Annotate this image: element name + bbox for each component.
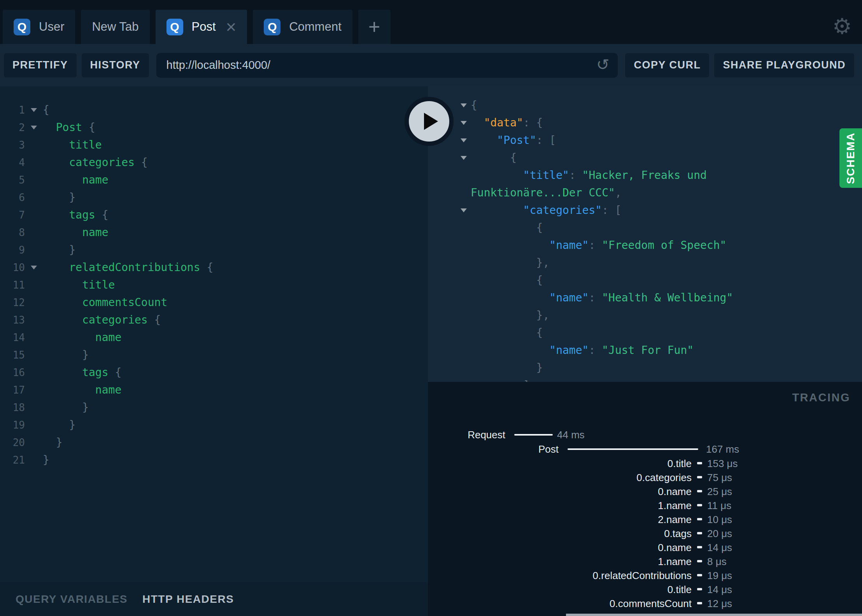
trace-duration-dash — [697, 518, 702, 520]
response-code-line: }, — [471, 254, 862, 271]
fold-arrow-icon[interactable] — [461, 156, 467, 160]
response-line: { — [428, 271, 862, 289]
query-code-line: } — [43, 346, 428, 364]
toolbar: PRETTIFY HISTORY ↺ COPY CURL SHARE PLAYG… — [0, 44, 862, 86]
code-segment — [43, 208, 69, 221]
execute-button[interactable] — [405, 97, 454, 146]
endpoint-url-input[interactable] — [156, 53, 618, 78]
response-code-line: "Post": [ — [471, 131, 862, 149]
response-code-line: "name": "Health & Wellbeing" — [471, 289, 862, 306]
tab-new-tab[interactable]: New Tab — [81, 10, 149, 44]
code-segment: } — [43, 243, 75, 256]
trace-label: 0.title — [668, 583, 692, 597]
trace-value: 8 μs — [707, 555, 727, 569]
trace-duration-dash — [697, 462, 702, 464]
query-code-line: categories { — [43, 311, 428, 329]
code-segment: { — [471, 326, 543, 339]
editor-line: 11 title — [0, 276, 428, 294]
code-segment — [471, 239, 549, 252]
trace-value: 10 μs — [707, 513, 732, 527]
code-segment: relatedContributions — [69, 261, 200, 274]
editor-line: 16 tags { — [0, 364, 428, 381]
response-line: }, — [428, 254, 862, 271]
trace-row: Post167 ms — [428, 442, 862, 456]
trace-row: 2.name10 μs — [428, 513, 862, 527]
schema-tab[interactable]: SCHEMA — [839, 128, 862, 188]
trace-label: Request — [468, 428, 505, 442]
response-line: { — [428, 96, 862, 114]
trace-duration-bar — [568, 448, 698, 450]
tab-post[interactable]: QPost× — [156, 10, 247, 44]
code-segment: { — [471, 99, 477, 112]
query-code-line: } — [43, 189, 428, 206]
trace-label: 2.name — [658, 513, 692, 527]
copy-curl-button[interactable]: COPY CURL — [625, 53, 709, 77]
line-number: 19 — [0, 419, 25, 431]
response-line: "name": "Health & Wellbeing" — [428, 289, 862, 306]
code-segment: { — [471, 221, 543, 234]
line-number: 11 — [0, 279, 25, 291]
tracing-panel: TRACING Request44 msPost167 ms0.title153… — [428, 382, 862, 616]
fold-arrow-icon[interactable] — [461, 103, 467, 107]
code-segment: "Just For Fun" — [602, 344, 694, 357]
editor-line: 18 } — [0, 399, 428, 416]
close-icon[interactable]: × — [226, 18, 237, 36]
code-segment: title — [82, 278, 115, 291]
fold-arrow-icon[interactable] — [461, 121, 467, 125]
query-code-line: title — [43, 136, 428, 154]
fold-arrow-icon[interactable] — [31, 126, 37, 130]
code-segment: } — [43, 401, 89, 414]
code-segment: : — [589, 291, 602, 304]
code-segment: "categories" — [523, 204, 602, 217]
query-badge: Q — [166, 19, 183, 35]
fold-arrow-icon[interactable] — [461, 138, 467, 142]
trace-duration-dash — [697, 602, 702, 604]
trace-label: 1.name — [658, 555, 692, 569]
code-segment: "Health & Wellbeing" — [602, 291, 733, 304]
horizontal-scrollbar[interactable] — [566, 614, 862, 616]
http-headers-tab[interactable]: HTTP HEADERS — [142, 593, 234, 606]
code-segment: Funktionäre...Der CCC" — [471, 186, 615, 199]
trace-value: 11 μs — [707, 499, 731, 513]
trace-value: 14 μs — [707, 583, 732, 597]
line-number: 12 — [0, 297, 25, 308]
code-segment — [43, 383, 95, 396]
fold-arrow-icon[interactable] — [31, 108, 37, 112]
share-playground-button[interactable]: SHARE PLAYGROUND — [714, 53, 854, 77]
line-number: 6 — [0, 192, 25, 203]
query-editor[interactable]: 1{2 Post {3 title4 categories {5 name6 }… — [0, 86, 428, 582]
code-segment — [43, 121, 56, 134]
trace-value: 75 μs — [707, 471, 732, 485]
trace-duration-dash — [697, 476, 702, 478]
query-code-line: } — [43, 416, 428, 434]
code-segment — [471, 204, 523, 217]
query-badge: Q — [14, 19, 30, 35]
trace-duration-dash — [697, 588, 702, 590]
response-code-line: { — [471, 96, 862, 114]
query-variables-tab[interactable]: QUERY VARIABLES — [16, 593, 128, 606]
fold-gutter — [25, 266, 43, 270]
reload-schema-icon[interactable]: ↺ — [596, 57, 610, 72]
code-segment — [43, 138, 69, 151]
fold-gutter — [428, 156, 471, 160]
new-tab-button[interactable]: + — [358, 10, 391, 44]
code-segment: commentsCount — [82, 296, 167, 309]
tab-label: Post — [192, 20, 216, 34]
prettify-button[interactable]: PRETTIFY — [4, 53, 77, 77]
trace-label: 1.name — [658, 499, 692, 513]
code-segment: tags — [69, 208, 95, 221]
fold-arrow-icon[interactable] — [461, 208, 467, 212]
trace-row: 0.title153 μs — [428, 457, 862, 471]
code-segment: { — [200, 261, 214, 274]
history-button[interactable]: HISTORY — [82, 53, 149, 77]
code-segment: }, — [471, 309, 549, 322]
fold-arrow-icon[interactable] — [31, 266, 37, 270]
code-segment: "title" — [523, 169, 569, 182]
tab-comment[interactable]: QComment — [253, 10, 352, 44]
tab-user[interactable]: QUser — [3, 10, 75, 44]
trace-row: 0.name25 μs — [428, 485, 862, 499]
editor-bottom-bar: QUERY VARIABLES HTTP HEADERS — [0, 582, 428, 616]
response-code-line: { — [471, 149, 862, 166]
settings-gear-icon[interactable]: ⚙ — [832, 16, 852, 37]
line-number: 2 — [0, 122, 25, 133]
